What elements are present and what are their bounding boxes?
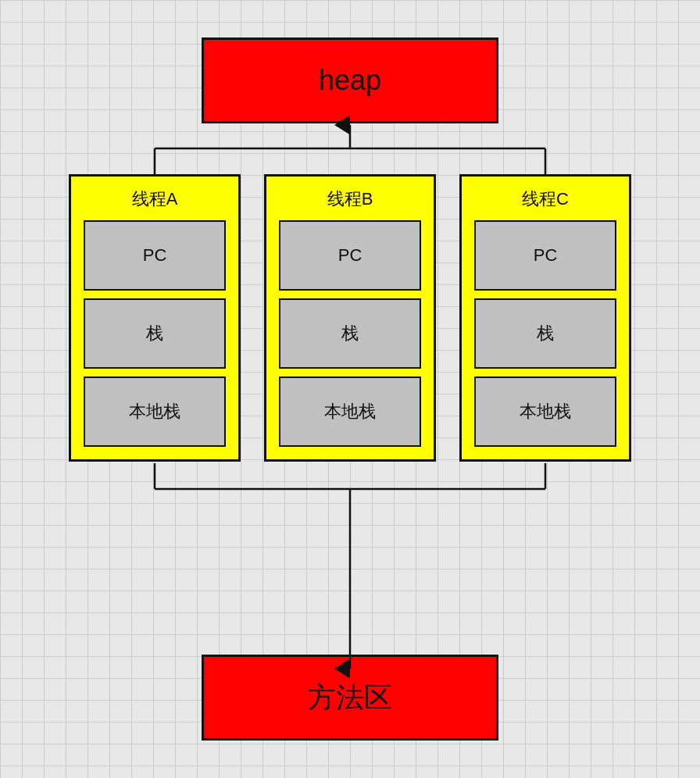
diagram: heap 线程A PC 栈 本地栈 线程B PC 栈 本地栈 线程C PC 栈 … [30,22,670,756]
thread-b-title: 线程B [279,187,421,211]
thread-a-pc: PC [84,220,226,291]
method-label: 方法区 [308,679,392,717]
threads-row: 线程A PC 栈 本地栈 线程B PC 栈 本地栈 线程C PC 栈 本地栈 [45,174,655,462]
thread-box-b: 线程B PC 栈 本地栈 [264,174,436,462]
thread-box-a: 线程A PC 栈 本地栈 [69,174,241,462]
heap-label: heap [319,64,381,97]
thread-c-pc: PC [474,220,616,291]
thread-a-title: 线程A [84,187,226,211]
thread-b-stack: 栈 [279,298,421,369]
thread-box-c: 线程C PC 栈 本地栈 [459,174,631,462]
thread-b-pc: PC [279,220,421,291]
method-box: 方法区 [202,655,498,741]
thread-b-localstack: 本地栈 [279,377,421,447]
thread-c-localstack: 本地栈 [474,377,616,447]
thread-c-title: 线程C [474,187,616,211]
thread-a-stack: 栈 [84,298,226,369]
heap-box: heap [202,37,498,123]
thread-a-localstack: 本地栈 [84,377,226,447]
thread-c-stack: 栈 [474,298,616,369]
